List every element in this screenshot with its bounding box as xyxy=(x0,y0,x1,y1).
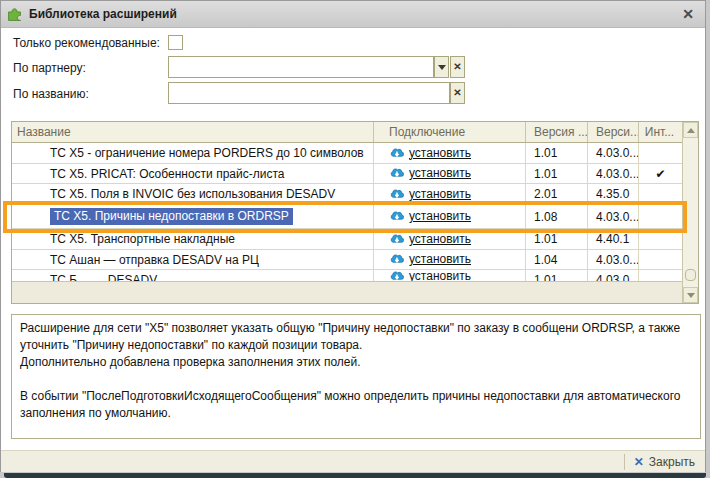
install-link[interactable]: установить xyxy=(409,232,471,246)
description-panel: Расширение для сети "Х5" позволяет указа… xyxy=(11,314,701,439)
table-row[interactable]: ТС Х5 - ограничение номера PORDERS до 10… xyxy=(12,143,682,164)
extension-name: ТС Ашан — отправка DESADV на РЦ xyxy=(12,250,374,270)
app-version-cell: 4.03.0... xyxy=(588,164,639,184)
app-version-cell: 4.40.1 xyxy=(588,229,639,249)
download-icon xyxy=(389,146,404,160)
table-row[interactable]: ТС Ашан — отправка DESADV на РЦ установи… xyxy=(12,250,682,271)
column-header-connection[interactable]: Подключение xyxy=(374,122,526,142)
integration-cell xyxy=(639,250,682,270)
window-shadow xyxy=(4,473,706,478)
integration-cell xyxy=(639,205,682,228)
scrollbar-track[interactable] xyxy=(683,138,698,287)
table-row[interactable]: ТС Х5. Поля в INVOIC без использования D… xyxy=(12,184,682,205)
close-button-label: Закрыть xyxy=(649,455,695,469)
recommended-checkbox[interactable] xyxy=(168,35,183,50)
partner-clear-button[interactable]: ✕ xyxy=(450,56,465,78)
integration-cell xyxy=(639,143,682,163)
column-header-version1[interactable]: Версия ... xyxy=(526,122,588,142)
name-clear-button[interactable]: ✕ xyxy=(450,82,465,104)
version-cell: 1.08 xyxy=(526,205,588,228)
clear-icon: ✕ xyxy=(453,62,461,72)
scroll-up-button[interactable] xyxy=(683,122,698,138)
extension-name: ТС Б… … DESADV xyxy=(12,270,374,281)
extension-name: ТС Х5. Причины недопоставки в ORDRSP xyxy=(12,205,374,228)
integration-cell xyxy=(639,184,682,204)
table-row-selected[interactable]: ТС Х5. Причины недопоставки в ORDRSP уст… xyxy=(12,205,682,229)
table-row[interactable]: ТС Х5. PRICAT: Особенности прайс-листа у… xyxy=(12,164,682,185)
selected-extension-name: ТС Х5. Причины недопоставки в ORDRSP xyxy=(50,208,293,225)
download-icon xyxy=(389,252,404,266)
column-header-integration[interactable]: Инт... xyxy=(639,122,682,142)
footer-separator xyxy=(624,454,625,470)
partner-dropdown-button[interactable] xyxy=(434,56,449,78)
download-icon xyxy=(389,187,404,201)
extension-name: ТС Х5. Поля в INVOIC без использования D… xyxy=(12,184,374,204)
app-version-cell: 4.03.0... xyxy=(588,250,639,270)
app-version-cell: 4.03.0... xyxy=(588,143,639,163)
integration-cell xyxy=(639,229,682,249)
scrollbar-thumb[interactable] xyxy=(685,269,696,281)
download-icon xyxy=(389,232,404,246)
download-icon xyxy=(389,166,404,180)
install-link[interactable]: установить xyxy=(409,187,471,201)
extensions-table: Название Подключение Версия ... Верси...… xyxy=(11,121,699,304)
name-label: По названию: xyxy=(13,87,89,101)
app-version-cell: 4.03.0... xyxy=(588,205,639,228)
puzzle-icon xyxy=(6,6,23,23)
scroll-up-icon xyxy=(687,128,695,133)
scroll-down-icon xyxy=(687,293,695,298)
description-paragraph: В событии "ПослеПодготовкиИсходящегоСооб… xyxy=(20,388,692,422)
table-row[interactable]: ТС Х5. Транспортные накладные установить… xyxy=(12,229,682,250)
scroll-down-button[interactable] xyxy=(683,287,698,303)
vertical-scrollbar[interactable] xyxy=(682,122,698,303)
recommended-label: Только рекомендованные: xyxy=(13,36,160,50)
install-link[interactable]: установить xyxy=(409,166,471,180)
extension-name: ТС Х5. PRICAT: Особенности прайс-листа xyxy=(12,164,374,184)
window-title: Библиотека расширений xyxy=(29,7,679,21)
extension-library-dialog: Библиотека расширений ✕ Только рекомендо… xyxy=(0,0,706,472)
integration-check-icon: ✔ xyxy=(639,164,682,184)
download-icon xyxy=(389,209,404,223)
install-link[interactable]: установить xyxy=(409,209,471,223)
version-cell: 1.04 xyxy=(526,250,588,270)
title-bar: Библиотека расширений ✕ xyxy=(1,1,705,28)
table-row-clipped[interactable]: ТС Б… … DESADV установить 1.01 4.03.0 xyxy=(12,270,682,281)
extension-name: ТС Х5. Транспортные накладные xyxy=(12,229,374,249)
version-cell: 1.01 xyxy=(526,143,588,163)
clear-icon: ✕ xyxy=(453,88,461,98)
install-link[interactable]: установить xyxy=(409,252,471,266)
horizontal-scrollbar-track xyxy=(12,281,682,303)
close-button[interactable]: ✕ Закрыть xyxy=(632,451,705,472)
name-input[interactable] xyxy=(168,82,450,104)
app-version-cell: 4.03.0 xyxy=(588,270,639,281)
table-header-row: Название Подключение Версия ... Верси...… xyxy=(12,122,682,143)
app-version-cell: 4.35.0 xyxy=(588,184,639,204)
version-cell: 2.01 xyxy=(526,184,588,204)
column-header-version2[interactable]: Верси... xyxy=(588,122,639,142)
close-x-icon: ✕ xyxy=(634,455,644,469)
partner-label: По партнеру: xyxy=(13,61,86,75)
column-header-name[interactable]: Название xyxy=(12,122,374,142)
integration-cell xyxy=(639,270,682,281)
partner-input[interactable] xyxy=(168,56,434,78)
chevron-down-icon xyxy=(438,65,446,70)
description-paragraph: Дополнительно добавлена проверка заполне… xyxy=(20,354,692,371)
download-icon xyxy=(389,270,404,281)
description-paragraph: Расширение для сети "Х5" позволяет указа… xyxy=(20,320,692,354)
install-link[interactable]: установить xyxy=(409,146,471,160)
window-close-icon[interactable]: ✕ xyxy=(679,7,697,21)
version-cell: 1.01 xyxy=(526,229,588,249)
install-link[interactable]: установить xyxy=(409,270,471,281)
footer-bar: ✕ Закрыть xyxy=(1,450,705,472)
version-cell: 1.01 xyxy=(526,270,588,281)
extension-name: ТС Х5 - ограничение номера PORDERS до 10… xyxy=(12,143,374,163)
version-cell: 1.01 xyxy=(526,164,588,184)
